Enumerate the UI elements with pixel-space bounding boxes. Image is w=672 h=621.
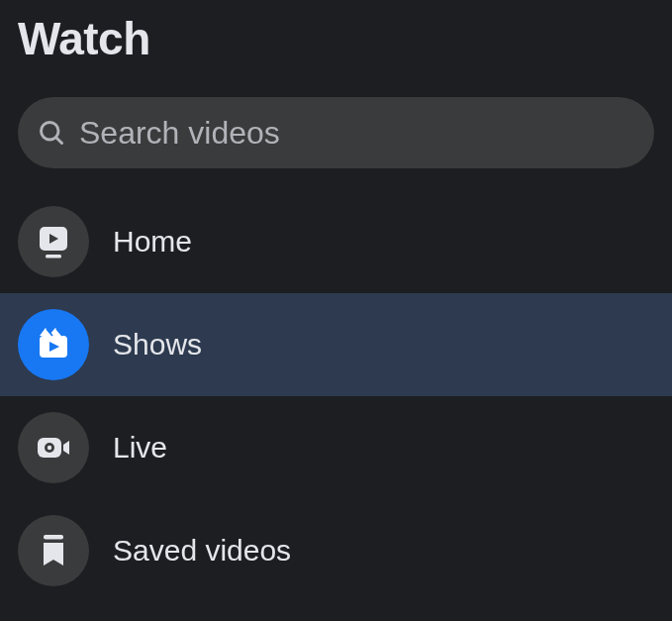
svg-line-1 — [56, 138, 62, 144]
home-icon — [18, 206, 89, 277]
search-input[interactable] — [79, 97, 634, 168]
sidebar-nav: Home Shows Live — [0, 190, 672, 602]
nav-item-label: Shows — [113, 328, 202, 362]
nav-item-label: Home — [113, 225, 192, 259]
live-icon — [18, 412, 89, 483]
nav-item-live[interactable]: Live — [0, 396, 672, 499]
nav-item-shows[interactable]: Shows — [0, 293, 672, 396]
svg-rect-4 — [46, 255, 61, 259]
nav-item-home[interactable]: Home — [0, 190, 672, 293]
svg-point-13 — [48, 446, 51, 450]
shows-icon — [18, 309, 89, 380]
nav-item-label: Live — [113, 431, 167, 465]
nav-item-saved-videos[interactable]: Saved videos — [0, 499, 672, 602]
search-container[interactable] — [18, 97, 654, 168]
nav-item-label: Saved videos — [113, 534, 291, 568]
search-icon — [38, 119, 65, 147]
saved-icon — [18, 515, 89, 586]
page-title: Watch — [18, 12, 654, 65]
svg-rect-14 — [44, 535, 63, 540]
